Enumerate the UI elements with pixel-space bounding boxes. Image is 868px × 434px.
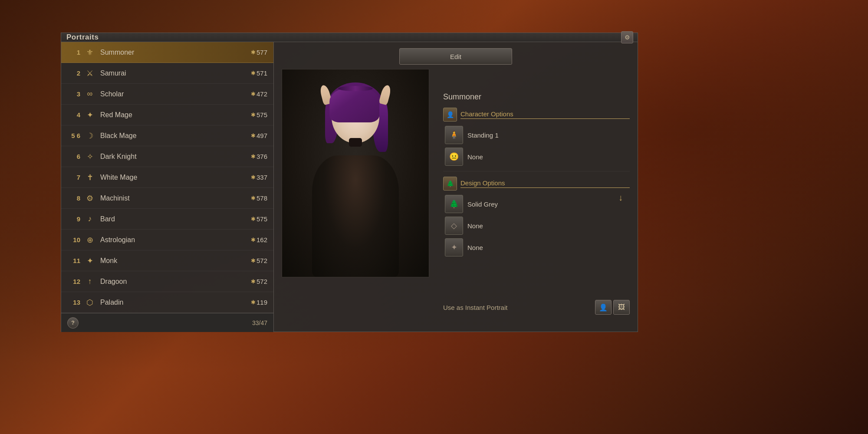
list-item[interactable]: 12↑Dragoon✱572 (61, 271, 273, 292)
close-button[interactable]: ⚙ (621, 31, 633, 43)
close-icon: ⚙ (625, 34, 630, 41)
list-item-name: Dragoon (100, 278, 251, 286)
help-button[interactable]: ? (67, 317, 79, 329)
standing-option-row: 🧍 Standing 1 (443, 126, 630, 144)
list-item[interactable]: 6✧Dark Knight✱376 (61, 146, 273, 167)
portrait-list-scroll[interactable]: 1⚜Summoner✱5772⚔Samurai✱5713∞Scholar✱472… (61, 42, 273, 313)
list-item-job-icon: ✦ (84, 109, 96, 121)
list-item-num: 1 (67, 49, 80, 56)
instant-portrait-row: Use as Instant Portrait 👤 🖼 (443, 300, 630, 315)
background-label: Solid Grey (467, 201, 498, 208)
list-item-score: ✱578 (251, 194, 267, 202)
character-options-icon: 👤 (443, 108, 457, 122)
list-item-num: 7 (67, 174, 80, 181)
portrait-list-panel: 1⚜Summoner✱5772⚔Samurai✱5713∞Scholar✱472… (61, 42, 274, 332)
character-options-title: Character Options (460, 110, 630, 119)
character-name-label: Summoner (443, 92, 630, 102)
star-icon: ✱ (251, 237, 256, 243)
accent-label: None (467, 244, 483, 251)
instant-portrait-btn-2[interactable]: 🖼 (613, 300, 630, 315)
frame-label: None (467, 222, 483, 230)
instant-portrait-buttons: 👤 🖼 (595, 300, 630, 315)
instant-portrait-label: Use as Instant Portrait (443, 304, 507, 311)
instant-portrait-btn-1[interactable]: 👤 (595, 300, 612, 315)
list-item-name: Paladin (100, 299, 251, 306)
expression-label: None (467, 153, 483, 161)
list-item-name: Dark Knight (100, 153, 251, 161)
design-options-header: 🌲 Design Options (443, 177, 630, 191)
list-footer: ? 33/47 (61, 313, 273, 332)
list-item[interactable]: 7✝White Mage✱337 (61, 167, 273, 188)
list-item-name: Summoner (100, 49, 251, 56)
list-item-name: Samurai (100, 69, 251, 77)
list-item-score: ✱497 (251, 132, 267, 139)
list-item-num: 5 6 (67, 132, 80, 139)
list-item-job-icon: ✧ (84, 151, 96, 163)
list-item-name: White Mage (100, 174, 251, 181)
options-panel: Summoner 👤 Character Options 🧍 Standing … (443, 91, 630, 321)
scroll-down-arrow: ↓ (618, 193, 623, 203)
star-icon: ✱ (251, 70, 256, 76)
star-icon: ✱ (251, 195, 256, 201)
list-item-job-icon: ⚔ (84, 67, 96, 79)
edit-button[interactable]: Edit (399, 48, 512, 65)
page-count: 33/47 (252, 319, 267, 326)
list-item[interactable]: 10⊕Astrologian✱162 (61, 230, 273, 250)
right-panel: Edit (274, 42, 638, 332)
list-item-num: 12 (67, 278, 80, 285)
star-icon: ✱ (251, 91, 256, 97)
star-icon: ✱ (251, 257, 256, 264)
standing-thumb: 🧍 (445, 126, 463, 144)
list-item[interactable]: 13⬡Paladin✱119 (61, 292, 273, 313)
list-item-job-icon: ♪ (84, 213, 96, 225)
frame-option-row: ◇ None (443, 217, 630, 235)
list-item-num: 2 (67, 69, 80, 77)
list-item-score: ✱572 (251, 257, 267, 264)
background-thumb: 🌲 (445, 195, 463, 213)
expression-option-row: 😐 None (443, 148, 630, 166)
list-item-job-icon: ✦ (84, 255, 96, 267)
list-item[interactable]: 8⚙Machinist✱578 (61, 188, 273, 209)
list-item[interactable]: 1⚜Summoner✱577 (61, 42, 273, 63)
panel-titlebar: Portraits ⚙ (61, 33, 638, 42)
list-item-score: ✱162 (251, 236, 267, 243)
list-item[interactable]: 9♪Bard✱575 (61, 209, 273, 230)
list-item-name: Bard (100, 215, 251, 223)
list-item-num: 6 (67, 153, 80, 160)
list-item[interactable]: 11✦Monk✱572 (61, 250, 273, 271)
character-options-header: 👤 Character Options (443, 108, 630, 122)
list-item-num: 3 (67, 90, 80, 98)
accent-option-row: ✦ None (443, 238, 630, 256)
list-item[interactable]: 5 6☽Black Mage✱497 (61, 125, 273, 146)
star-icon: ✱ (251, 153, 256, 160)
frame-thumb: ◇ (445, 217, 463, 235)
list-item-name: Red Mage (100, 111, 251, 119)
list-item-job-icon: ∞ (84, 88, 96, 100)
list-item[interactable]: 4✦Red Mage✱575 (61, 105, 273, 125)
list-item-name: Machinist (100, 194, 251, 202)
list-item[interactable]: 3∞Scholar✱472 (61, 84, 273, 105)
character-preview (282, 69, 429, 277)
star-icon: ✱ (251, 49, 256, 56)
character-neck (349, 138, 362, 147)
character-figure (282, 69, 429, 277)
list-item-job-icon: ⚙ (84, 192, 96, 204)
hair-braid (338, 86, 373, 91)
help-icon: ? (71, 319, 75, 326)
list-item-job-icon: ⚜ (84, 46, 96, 59)
background-option-row: 🌲 Solid Grey (443, 195, 630, 213)
list-item-job-icon: ☽ (84, 130, 96, 142)
list-item-num: 9 (67, 215, 80, 223)
design-options-icon: 🌲 (443, 177, 457, 191)
standing-label: Standing 1 (467, 132, 499, 139)
list-item-num: 8 (67, 194, 80, 202)
list-item-score: ✱119 (251, 299, 267, 306)
list-item-num: 4 (67, 111, 80, 118)
expression-thumb: 😐 (445, 148, 463, 166)
list-item-score: ✱376 (251, 153, 267, 160)
design-options-title: Design Options (460, 179, 630, 188)
list-item-num: 10 (67, 236, 80, 243)
list-item[interactable]: 2⚔Samurai✱571 (61, 63, 273, 84)
star-icon: ✱ (251, 174, 256, 181)
list-item-num: 11 (67, 257, 80, 264)
